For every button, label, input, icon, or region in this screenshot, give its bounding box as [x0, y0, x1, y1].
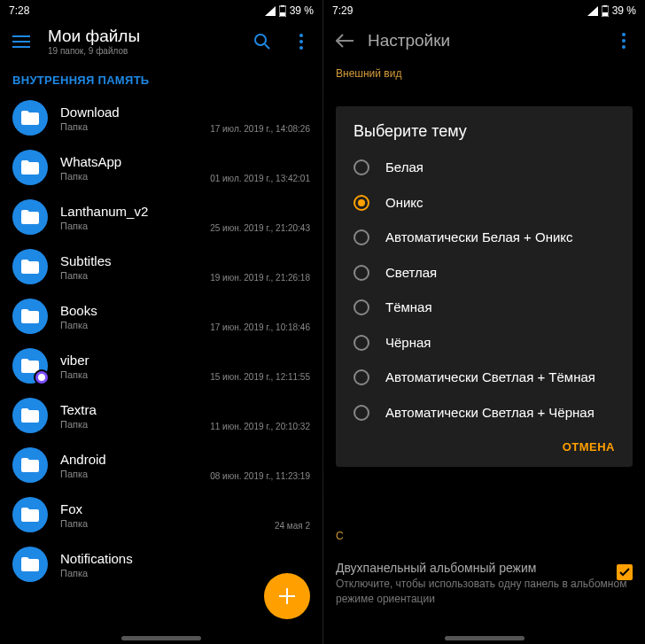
theme-option[interactable]: Автоматически Светлая + Чёрная: [336, 395, 633, 431]
theme-option[interactable]: Автоматически Светлая + Тёмная: [336, 360, 633, 395]
file-type: Папка: [60, 121, 198, 132]
page-subtitle: 19 папок, 9 файлов: [48, 46, 236, 56]
list-item[interactable]: WhatsAppПапка01 июл. 2019 г., 13:42:01: [0, 143, 322, 192]
theme-option[interactable]: Оникс: [336, 185, 633, 221]
theme-option[interactable]: Чёрная: [336, 325, 633, 361]
svg-point-12: [622, 45, 626, 49]
search-icon[interactable]: [250, 29, 275, 54]
setting-title: Двухпанельный альбомный режим: [336, 561, 633, 575]
svg-point-3: [255, 35, 266, 45]
svg-point-4: [299, 34, 303, 37]
file-info: SubtitlesПапка: [60, 253, 198, 281]
file-date: 08 июн. 2019 г., 11:23:19: [210, 471, 310, 481]
theme-option[interactable]: Тёмная: [336, 290, 633, 325]
file-list: DownloadПапка17 июл. 2019 г., 14:08:26Wh…: [0, 93, 322, 644]
battery-percent: 39 %: [290, 4, 314, 17]
file-info: FoxПапка: [60, 501, 262, 529]
option-label: Белая: [385, 159, 424, 176]
file-type: Папка: [60, 419, 198, 430]
file-name: Textra: [60, 402, 198, 417]
dialog-title: Выберите тему: [336, 122, 633, 150]
file-type: Папка: [60, 369, 198, 380]
radio-icon: [354, 195, 369, 211]
status-right: 39 %: [587, 4, 636, 17]
file-name: viber: [60, 353, 198, 368]
list-item[interactable]: FoxПапка24 мая 2: [0, 490, 322, 539]
more-icon[interactable]: [611, 28, 636, 53]
radio-icon: [354, 405, 369, 421]
list-item[interactable]: TextraПапка11 июн. 2019 г., 20:10:32: [0, 391, 322, 440]
radio-icon: [354, 299, 369, 315]
theme-dialog: Выберите тему БелаяОниксАвтоматически Бе…: [336, 106, 633, 467]
page-title: Настройки: [368, 31, 601, 50]
theme-option[interactable]: Белая: [336, 150, 633, 185]
option-label: Автоматически Белая + Оникс: [385, 229, 573, 246]
battery-percent: 39 %: [612, 4, 636, 17]
app-bar: Мои файлы 19 папок, 9 файлов: [0, 19, 322, 59]
app-bar: Настройки: [323, 19, 645, 60]
tabs: ВНУТРЕННЯЯ ПАМЯТЬ: [0, 59, 322, 93]
file-date: 17 июн. 2019 г., 10:18:46: [210, 322, 310, 332]
checkbox-checked[interactable]: [617, 564, 633, 580]
nav-pill[interactable]: [121, 636, 201, 640]
list-item[interactable]: AndroidПапка08 июн. 2019 г., 11:23:19: [0, 440, 322, 490]
file-date: 19 июн. 2019 г., 21:26:18: [210, 273, 310, 283]
option-label: Чёрная: [385, 334, 431, 352]
setting-desc: Отключите, чтобы использовать одну панел…: [336, 577, 633, 607]
more-icon[interactable]: [289, 29, 314, 54]
theme-option[interactable]: Светлая: [336, 255, 633, 291]
bg-hint: С: [336, 530, 344, 542]
cancel-button[interactable]: ОТМЕНА: [563, 440, 615, 454]
folder-icon: [12, 497, 48, 532]
screen-settings: 7:29 39 % Настройки Внешний вид Т С н Ц …: [322, 0, 645, 644]
clock: 7:29: [332, 4, 353, 17]
file-date: 17 июл. 2019 г., 14:08:26: [210, 124, 310, 134]
option-label: Автоматически Светлая + Тёмная: [385, 369, 595, 386]
status-bar: 7:29 39 %: [323, 0, 645, 19]
hamburger-icon[interactable]: [9, 29, 34, 54]
list-item[interactable]: DownloadПапка17 июл. 2019 г., 14:08:26: [0, 93, 322, 143]
signal-icon: [587, 6, 598, 16]
folder-icon: [12, 348, 48, 384]
file-type: Папка: [60, 171, 198, 182]
svg-point-11: [622, 39, 626, 43]
list-item[interactable]: SubtitlesПапка19 июн. 2019 г., 21:26:18: [0, 242, 322, 291]
file-type: Папка: [60, 518, 262, 529]
screen-files: 7:28 39 % Мои файлы 19 папок, 9 файлов В…: [0, 0, 322, 644]
file-name: Lanthanum_v2: [60, 204, 198, 219]
file-info: AndroidПапка: [60, 452, 198, 479]
radio-icon: [354, 335, 369, 351]
battery-icon: [279, 5, 286, 17]
tab-internal-storage[interactable]: ВНУТРЕННЯЯ ПАМЯТЬ: [12, 74, 150, 87]
file-type: Папка: [60, 568, 298, 578]
file-type: Папка: [60, 270, 198, 281]
file-name: Fox: [60, 501, 262, 516]
section-appearance: Внешний вид: [323, 60, 645, 80]
setting-dual-pane[interactable]: Двухпанельный альбомный режим Отключите,…: [323, 552, 645, 616]
svg-point-6: [299, 46, 303, 50]
list-item[interactable]: BooksПапка17 июн. 2019 г., 10:18:46: [0, 291, 322, 341]
dialog-actions: ОТМЕНА: [336, 430, 633, 458]
file-date: 01 июл. 2019 г., 13:42:01: [210, 174, 310, 183]
file-name: Android: [60, 452, 198, 467]
option-label: Автоматически Светлая + Чёрная: [385, 404, 594, 422]
folder-icon: [12, 150, 48, 185]
back-icon[interactable]: [332, 28, 357, 53]
file-date: 25 июн. 2019 г., 21:20:43: [210, 223, 310, 233]
theme-option[interactable]: Автоматически Белая + Оникс: [336, 220, 633, 255]
file-info: viberПапка: [60, 353, 198, 380]
list-item[interactable]: viberПапка15 июн. 2019 г., 12:11:55: [0, 341, 322, 391]
svg-rect-8: [603, 5, 607, 7]
folder-icon: [12, 447, 48, 483]
plus-icon: [277, 586, 297, 606]
file-info: NotificationsПапка: [60, 551, 298, 578]
fab-add[interactable]: [264, 573, 310, 619]
file-name: WhatsApp: [60, 154, 198, 169]
list-item[interactable]: Lanthanum_v2Папка25 июн. 2019 г., 21:20:…: [0, 192, 322, 242]
file-name: Notifications: [60, 551, 298, 566]
file-name: Books: [60, 303, 198, 318]
option-label: Светлая: [385, 264, 437, 282]
nav-pill[interactable]: [445, 636, 525, 640]
file-type: Папка: [60, 320, 198, 330]
folder-icon: [12, 249, 48, 284]
